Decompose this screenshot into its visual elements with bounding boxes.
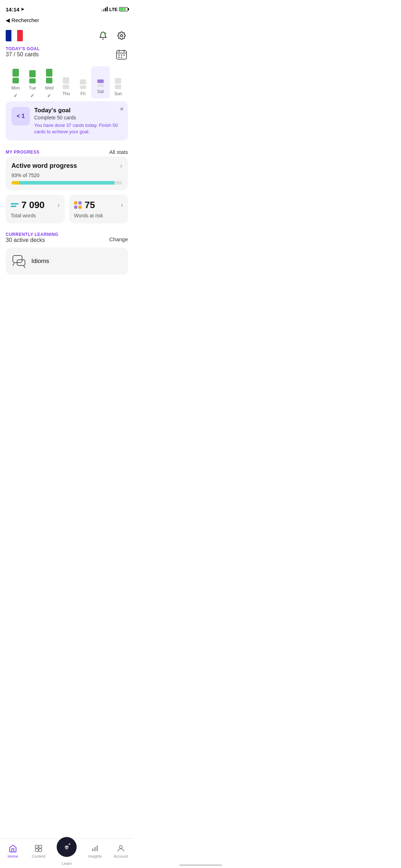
bar-thu-top — [63, 77, 69, 84]
active-decks-subtitle: 30 active decks — [6, 237, 58, 243]
goal-icon-text: < 1 — [17, 113, 25, 119]
total-words-label: Total words — [11, 213, 60, 218]
back-label: ◀ Rechercher — [6, 17, 39, 24]
all-stats-link[interactable]: All stats — [109, 149, 128, 155]
progress-card-header: Active word progress › — [11, 162, 122, 170]
gear-icon — [117, 31, 126, 40]
svg-rect-8 — [123, 55, 125, 56]
progress-bar-teal — [19, 181, 114, 185]
settings-button[interactable] — [115, 29, 128, 42]
squares-icon — [74, 201, 82, 209]
close-icon: × — [120, 105, 124, 113]
total-words-top: 7 090 › — [11, 200, 60, 211]
words-at-risk-card[interactable]: 75 › Words at risk — [69, 195, 128, 223]
day-bars-wed — [46, 65, 52, 83]
active-word-progress-card[interactable]: Active word progress › 93% of 7520 — [6, 156, 128, 190]
learning-section-title: CURRENTLY LEARNING — [6, 232, 58, 237]
day-col-sun: Sun — [110, 71, 127, 98]
day-bars-mon — [12, 65, 19, 83]
words-at-risk-icon-num: 75 — [74, 200, 95, 211]
goal-card-subtitle: Complete 50 cards — [34, 115, 122, 120]
french-flag[interactable] — [6, 30, 23, 41]
bar-fri-bot — [80, 86, 86, 89]
flag-red — [17, 30, 23, 41]
time-display: 14:14 — [6, 6, 19, 12]
bar-wed-top — [46, 69, 52, 77]
day-label-sun: Sun — [114, 91, 122, 96]
calendar-icon — [116, 49, 127, 61]
svg-rect-6 — [118, 55, 120, 56]
day-label-sat: Sat — [97, 89, 104, 94]
bar-mon-top — [12, 69, 19, 77]
words-at-risk-number: 75 — [85, 200, 95, 211]
goal-section-left: TODAY'S GOAL 37 / 50 cards — [6, 46, 40, 63]
back-nav[interactable]: ◀ Rechercher — [0, 16, 134, 26]
bar-fri-top — [80, 79, 86, 84]
learning-section: CURRENTLY LEARNING 30 active decks Chang… — [6, 232, 128, 275]
header — [0, 26, 134, 46]
bar-sun-top — [115, 78, 121, 84]
sq-purple-1 — [78, 201, 82, 205]
day-col-wed: Wed ✓ — [41, 65, 58, 98]
deck-name: Idioms — [31, 258, 49, 265]
bar-wed-bot — [46, 78, 52, 83]
total-words-card[interactable]: 7 090 › Total words — [6, 195, 65, 223]
line-icon-1 — [11, 203, 19, 205]
progress-bar-yellow — [11, 181, 19, 185]
calendar-button[interactable] — [115, 48, 128, 61]
learning-section-left: CURRENTLY LEARNING 30 active decks — [6, 232, 58, 246]
day-bars-tue — [29, 65, 36, 83]
flag-white — [11, 30, 17, 41]
sq-orange-2 — [78, 206, 82, 209]
words-at-risk-label: Words at risk — [74, 213, 123, 218]
flag-blue — [6, 30, 11, 41]
idioms-deck-icon — [11, 253, 27, 269]
notification-button[interactable] — [97, 29, 109, 42]
chevron-right-icon: › — [120, 162, 122, 170]
day-label-wed: Wed — [45, 86, 53, 91]
battery-indicator: ⚡ — [119, 7, 128, 11]
progress-section-title: MY PROGRESS — [6, 150, 40, 155]
day-label-fri: Fri — [81, 91, 86, 96]
goal-card-text: Today's goal Complete 50 cards You have … — [34, 107, 122, 135]
day-check-wed: ✓ — [47, 93, 51, 98]
change-link[interactable]: Change — [109, 236, 128, 242]
day-col-mon: Mon ✓ — [7, 65, 24, 98]
sq-purple-2 — [74, 206, 77, 209]
goal-section-header: TODAY'S GOAL 37 / 50 cards — [6, 46, 128, 63]
week-chart: Mon ✓ Tue ✓ Wed ✓ Thu — [6, 65, 128, 98]
status-right: LTE ⚡ — [101, 7, 128, 12]
cards-progress: 37 / 50 cards — [6, 51, 40, 58]
goal-section-title: TODAY'S GOAL — [6, 46, 40, 51]
status-bar: 14:14 ➤ LTE ⚡ — [0, 0, 134, 16]
sq-orange-1 — [74, 201, 77, 205]
day-bars-sat — [97, 68, 104, 87]
day-bars-sun — [115, 71, 121, 89]
line-icon-2 — [11, 206, 16, 207]
words-at-risk-chevron: › — [121, 201, 123, 209]
goal-close-button[interactable]: × — [120, 105, 124, 113]
day-col-fri: Fri — [74, 71, 91, 98]
battery-bolt: ⚡ — [122, 8, 125, 11]
bar-mon-bot — [12, 78, 19, 83]
day-col-sat: Sat — [91, 66, 109, 98]
main-content: TODAY'S GOAL 37 / 50 cards — [0, 46, 134, 312]
day-label-thu: Thu — [62, 91, 70, 96]
header-icons — [97, 29, 128, 42]
goal-card-title: Today's goal — [34, 107, 122, 114]
progress-section-header: MY PROGRESS All stats — [6, 149, 128, 155]
deck-card[interactable]: Idioms — [6, 248, 128, 275]
day-col-thu: Thu — [58, 71, 74, 98]
status-time: 14:14 ➤ — [6, 6, 24, 12]
goal-card-description: You have done 37 cards today. Finish 50 … — [34, 123, 118, 134]
progress-section: MY PROGRESS All stats Active word progre… — [6, 149, 128, 223]
day-check-mon: ✓ — [14, 93, 18, 98]
svg-point-1 — [120, 35, 123, 37]
bell-icon — [99, 31, 107, 40]
total-words-icon-num: 7 090 — [11, 200, 45, 211]
svg-point-0 — [104, 32, 106, 35]
lines-icon — [11, 203, 19, 207]
svg-rect-10 — [121, 57, 122, 58]
total-words-number: 7 090 — [21, 200, 45, 211]
bar-sat-top — [97, 79, 104, 83]
